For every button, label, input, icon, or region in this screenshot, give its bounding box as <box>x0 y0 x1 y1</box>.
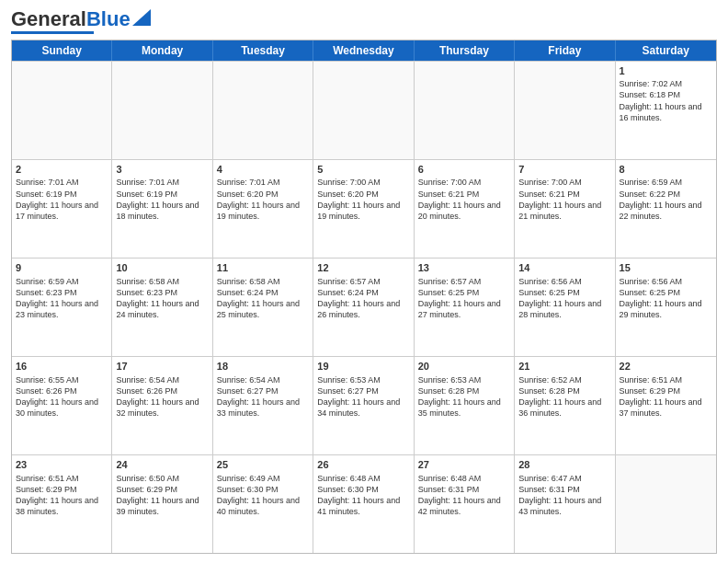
calendar-cell: 1Sunrise: 7:02 AM Sunset: 6:18 PM Daylig… <box>616 62 716 159</box>
day-number: 23 <box>16 458 108 472</box>
cell-info: Sunrise: 7:00 AM Sunset: 6:21 PM Dayligh… <box>418 177 510 222</box>
logo-text: GeneralBlue <box>11 9 131 29</box>
cell-info: Sunrise: 6:55 AM Sunset: 6:26 PM Dayligh… <box>16 374 108 419</box>
calendar-body: 1Sunrise: 7:02 AM Sunset: 6:18 PM Daylig… <box>12 61 716 554</box>
cell-info: Sunrise: 7:00 AM Sunset: 6:21 PM Dayligh… <box>518 177 610 222</box>
day-number: 24 <box>116 458 208 472</box>
logo-general: General <box>11 7 86 30</box>
day-number: 7 <box>518 163 610 177</box>
day-number: 13 <box>418 261 510 275</box>
calendar-cell: 6Sunrise: 7:00 AM Sunset: 6:21 PM Daylig… <box>415 160 515 258</box>
cell-info: Sunrise: 6:50 AM Sunset: 6:29 PM Dayligh… <box>116 473 208 518</box>
day-number: 10 <box>116 261 208 275</box>
header-day-sunday: Sunday <box>12 40 112 61</box>
cell-info: Sunrise: 6:56 AM Sunset: 6:25 PM Dayligh… <box>518 276 610 321</box>
calendar: SundayMondayTuesdayWednesdayThursdayFrid… <box>11 40 717 555</box>
calendar-cell: 16Sunrise: 6:55 AM Sunset: 6:26 PM Dayli… <box>12 357 112 454</box>
header: GeneralBlue <box>11 9 717 34</box>
day-number: 4 <box>217 163 309 177</box>
day-number: 22 <box>620 360 712 373</box>
calendar-cell: 2Sunrise: 7:01 AM Sunset: 6:19 PM Daylig… <box>12 160 112 258</box>
calendar-row-0: 1Sunrise: 7:02 AM Sunset: 6:18 PM Daylig… <box>12 61 716 159</box>
calendar-cell: 14Sunrise: 6:56 AM Sunset: 6:25 PM Dayli… <box>515 259 615 356</box>
calendar-cell: 24Sunrise: 6:50 AM Sunset: 6:29 PM Dayli… <box>112 455 212 553</box>
calendar-cell: 4Sunrise: 7:01 AM Sunset: 6:20 PM Daylig… <box>213 160 313 258</box>
cell-info: Sunrise: 6:58 AM Sunset: 6:24 PM Dayligh… <box>217 276 309 321</box>
calendar-header: SundayMondayTuesdayWednesdayThursdayFrid… <box>12 40 716 61</box>
cell-info: Sunrise: 6:57 AM Sunset: 6:25 PM Dayligh… <box>418 276 510 321</box>
header-day-monday: Monday <box>112 40 212 61</box>
cell-info: Sunrise: 6:49 AM Sunset: 6:30 PM Dayligh… <box>217 473 309 518</box>
calendar-cell: 25Sunrise: 6:49 AM Sunset: 6:30 PM Dayli… <box>213 455 313 553</box>
day-number: 18 <box>217 360 309 373</box>
day-number: 1 <box>620 64 712 78</box>
day-number: 2 <box>16 163 108 177</box>
calendar-cell: 11Sunrise: 6:58 AM Sunset: 6:24 PM Dayli… <box>213 259 313 356</box>
calendar-cell: 17Sunrise: 6:54 AM Sunset: 6:26 PM Dayli… <box>112 357 212 454</box>
calendar-cell: 9Sunrise: 6:59 AM Sunset: 6:23 PM Daylig… <box>12 259 112 356</box>
logo-blue: Blue <box>86 7 131 30</box>
header-day-wednesday: Wednesday <box>313 40 414 61</box>
calendar-cell: 15Sunrise: 6:56 AM Sunset: 6:25 PM Dayli… <box>616 259 716 356</box>
calendar-cell: 22Sunrise: 6:51 AM Sunset: 6:29 PM Dayli… <box>616 357 716 454</box>
day-number: 27 <box>418 458 510 472</box>
cell-info: Sunrise: 6:52 AM Sunset: 6:28 PM Dayligh… <box>518 374 610 419</box>
cell-info: Sunrise: 6:53 AM Sunset: 6:28 PM Dayligh… <box>418 374 510 419</box>
calendar-cell: 28Sunrise: 6:47 AM Sunset: 6:31 PM Dayli… <box>515 455 615 553</box>
cell-info: Sunrise: 6:47 AM Sunset: 6:31 PM Dayligh… <box>518 473 610 518</box>
day-number: 11 <box>217 261 309 275</box>
day-number: 5 <box>317 163 409 177</box>
calendar-cell <box>12 62 112 159</box>
day-number: 3 <box>116 163 208 177</box>
day-number: 28 <box>518 458 610 472</box>
day-number: 15 <box>620 261 712 275</box>
cell-info: Sunrise: 6:59 AM Sunset: 6:22 PM Dayligh… <box>620 177 712 222</box>
svg-marker-0 <box>132 9 151 26</box>
calendar-cell: 8Sunrise: 6:59 AM Sunset: 6:22 PM Daylig… <box>616 160 716 258</box>
cell-info: Sunrise: 6:48 AM Sunset: 6:30 PM Dayligh… <box>317 473 409 518</box>
day-number: 12 <box>317 261 409 275</box>
calendar-cell: 7Sunrise: 7:00 AM Sunset: 6:21 PM Daylig… <box>515 160 615 258</box>
calendar-cell: 3Sunrise: 7:01 AM Sunset: 6:19 PM Daylig… <box>112 160 212 258</box>
calendar-cell <box>213 62 313 159</box>
cell-info: Sunrise: 6:54 AM Sunset: 6:26 PM Dayligh… <box>116 374 208 419</box>
calendar-row-4: 23Sunrise: 6:51 AM Sunset: 6:29 PM Dayli… <box>12 454 716 553</box>
cell-info: Sunrise: 7:01 AM Sunset: 6:19 PM Dayligh… <box>16 177 108 222</box>
header-day-tuesday: Tuesday <box>213 40 313 61</box>
calendar-cell: 20Sunrise: 6:53 AM Sunset: 6:28 PM Dayli… <box>415 357 515 454</box>
calendar-cell <box>616 455 716 553</box>
day-number: 14 <box>518 261 610 275</box>
cell-info: Sunrise: 6:48 AM Sunset: 6:31 PM Dayligh… <box>418 473 510 518</box>
day-number: 8 <box>620 163 712 177</box>
calendar-row-2: 9Sunrise: 6:59 AM Sunset: 6:23 PM Daylig… <box>12 258 716 356</box>
calendar-cell: 23Sunrise: 6:51 AM Sunset: 6:29 PM Dayli… <box>12 455 112 553</box>
cell-info: Sunrise: 6:51 AM Sunset: 6:29 PM Dayligh… <box>16 473 108 518</box>
day-number: 26 <box>317 458 409 472</box>
day-number: 6 <box>418 163 510 177</box>
calendar-cell: 5Sunrise: 7:00 AM Sunset: 6:20 PM Daylig… <box>313 160 414 258</box>
page: GeneralBlue SundayMondayTuesdayWednesday… <box>0 0 728 563</box>
calendar-cell <box>313 62 414 159</box>
cell-info: Sunrise: 6:56 AM Sunset: 6:25 PM Dayligh… <box>620 276 712 321</box>
cell-info: Sunrise: 7:01 AM Sunset: 6:19 PM Dayligh… <box>116 177 208 222</box>
cell-info: Sunrise: 7:02 AM Sunset: 6:18 PM Dayligh… <box>620 78 712 123</box>
day-number: 16 <box>16 360 108 373</box>
logo: GeneralBlue <box>11 9 151 34</box>
calendar-cell: 27Sunrise: 6:48 AM Sunset: 6:31 PM Dayli… <box>415 455 515 553</box>
day-number: 19 <box>317 360 409 373</box>
calendar-row-1: 2Sunrise: 7:01 AM Sunset: 6:19 PM Daylig… <box>12 159 716 258</box>
day-number: 21 <box>518 360 610 373</box>
header-day-saturday: Saturday <box>616 40 716 61</box>
calendar-row-3: 16Sunrise: 6:55 AM Sunset: 6:26 PM Dayli… <box>12 356 716 454</box>
calendar-cell: 10Sunrise: 6:58 AM Sunset: 6:23 PM Dayli… <box>112 259 212 356</box>
header-day-thursday: Thursday <box>415 40 515 61</box>
cell-info: Sunrise: 7:01 AM Sunset: 6:20 PM Dayligh… <box>217 177 309 222</box>
day-number: 9 <box>16 261 108 275</box>
logo-underline <box>11 31 94 34</box>
cell-info: Sunrise: 6:51 AM Sunset: 6:29 PM Dayligh… <box>620 374 712 419</box>
day-number: 25 <box>217 458 309 472</box>
calendar-cell: 26Sunrise: 6:48 AM Sunset: 6:30 PM Dayli… <box>313 455 414 553</box>
logo-icon <box>132 9 151 26</box>
calendar-cell: 12Sunrise: 6:57 AM Sunset: 6:24 PM Dayli… <box>313 259 414 356</box>
calendar-cell <box>515 62 615 159</box>
